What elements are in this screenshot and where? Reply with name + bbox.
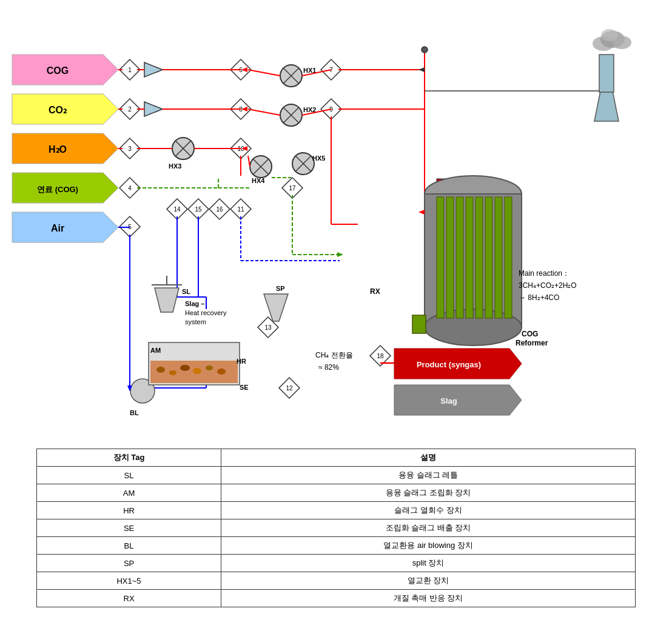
table-row: AM용융 슬래그 조립화 장치 [37,484,636,502]
svg-rect-96 [495,197,502,318]
svg-rect-98 [412,315,426,333]
svg-rect-91 [446,197,454,318]
sp-label: SP [276,285,285,292]
conversion-value: ≈ 82% [318,363,339,372]
svg-marker-141 [418,67,425,72]
svg-line-78 [248,156,250,167]
reaction-line2: → 8H₂+4CO [519,293,559,302]
table-row: SE조립화 슬래그 배출 장치 [37,519,636,537]
svg-text:18: 18 [377,353,384,359]
table-cell: HX1~5 [37,572,221,590]
svg-marker-126 [155,288,179,312]
svg-text:14: 14 [173,206,181,213]
svg-marker-144 [337,252,343,257]
svg-rect-94 [475,197,483,318]
conversion-label: CH₄ 전환율 [315,351,353,359]
table-cell: SE [37,519,221,537]
table-row: BL열교환용 air blowing 장치 [37,537,636,555]
table-header-tag: 장치 Tag [37,449,221,467]
table-cell: 슬래그 열회수 장치 [221,502,636,519]
diagram-area: COG CO₂ H₂O 연료 (COG) Air 1 2 3 4 5 [0,0,672,442]
am-label: AM [150,347,161,354]
svg-point-135 [206,365,213,370]
svg-marker-15 [144,62,163,77]
svg-text:4: 4 [128,185,132,192]
hx3-label: HX3 [169,162,181,170]
syngas-label: Product (syngas) [417,360,481,369]
table-cell: 조립화 슬래그 배출 장치 [221,519,636,537]
slag-system-label3: system [185,318,206,325]
svg-point-134 [193,368,201,374]
svg-marker-99 [594,91,619,121]
table-cell: SP [37,555,221,572]
h2o-label: H₂O [49,144,67,155]
equipment-table-area: 장치 Tag 설명 SL용융 슬래그 레틀AM용융 슬래그 조립화 장치HR슬래… [0,442,672,613]
svg-marker-4 [12,212,118,242]
slag-system-label2: Heat recovery [185,309,227,316]
se-label: SE [240,384,249,391]
svg-text:11: 11 [237,206,244,213]
svg-rect-90 [437,197,444,318]
sl-label: SL [182,288,190,295]
table-cell: split 장치 [221,555,636,572]
table-cell: HR [37,502,221,519]
svg-rect-93 [466,197,473,318]
svg-line-61 [248,70,280,76]
table-cell: 용융 슬래그 조립화 장치 [221,484,636,502]
table-row: SL용융 슬래그 레틀 [37,467,636,484]
svg-point-65 [422,47,428,53]
rx-label: RX [370,287,380,296]
reaction-line1: 3CH₄+CO₂+2H₂O [519,281,577,290]
table-cell: RX [37,590,221,607]
svg-text:17: 17 [289,185,296,192]
table-cell: 열교환 장치 [221,572,636,590]
svg-point-133 [180,365,190,371]
svg-point-131 [156,367,165,373]
equipment-table: 장치 Tag 설명 SL용융 슬래그 레틀AM용융 슬래그 조립화 장치HR슬래… [36,449,636,607]
svg-marker-142 [418,210,425,215]
svg-point-132 [169,370,176,375]
table-cell: SL [37,467,221,484]
svg-text:12: 12 [286,385,293,392]
svg-rect-97 [505,197,512,318]
air-label: Air [51,223,64,233]
cog-label: COG [47,65,69,76]
reformer-label2: Reformer [516,339,548,347]
svg-text:2: 2 [128,106,132,113]
slag-system-label1: Slag – [185,300,204,307]
svg-rect-92 [456,197,463,318]
svg-text:16: 16 [216,206,223,213]
reaction-title: Main reaction： [519,269,570,278]
svg-text:13: 13 [264,324,272,331]
svg-rect-95 [485,197,492,318]
table-cell: 개질 촉매 반응 장치 [221,590,636,607]
svg-point-104 [601,29,618,41]
hx4-label: HX4 [252,177,265,184]
table-cell: AM [37,484,221,502]
table-cell: BL [37,537,221,555]
table-row: HX1~5열교환 장치 [37,572,636,590]
svg-marker-16 [144,102,163,116]
svg-rect-100 [599,55,614,92]
hr-label: HR [237,358,246,365]
slag-output-label: Slag [440,396,457,405]
svg-text:1: 1 [128,67,132,73]
table-row: RX개질 촉매 반응 장치 [37,590,636,607]
table-cell: 열교환용 air blowing 장치 [221,537,636,555]
co2-label: CO₂ [49,105,67,115]
table-row: HR슬래그 열회수 장치 [37,502,636,519]
svg-marker-107 [394,385,522,415]
table-cell: 용융 슬래그 레틀 [221,467,636,484]
fuel-label: 연료 (COG) [37,185,78,194]
hx5-label: HX5 [312,155,325,162]
svg-text:3: 3 [128,145,132,152]
svg-text:BL: BL [130,409,139,416]
reformer-label: COG [522,330,538,338]
svg-line-69 [248,109,280,115]
svg-text:15: 15 [195,206,202,213]
table-header-desc: 설명 [221,449,636,467]
svg-point-136 [217,369,226,375]
table-row: SPsplit 장치 [37,555,636,572]
